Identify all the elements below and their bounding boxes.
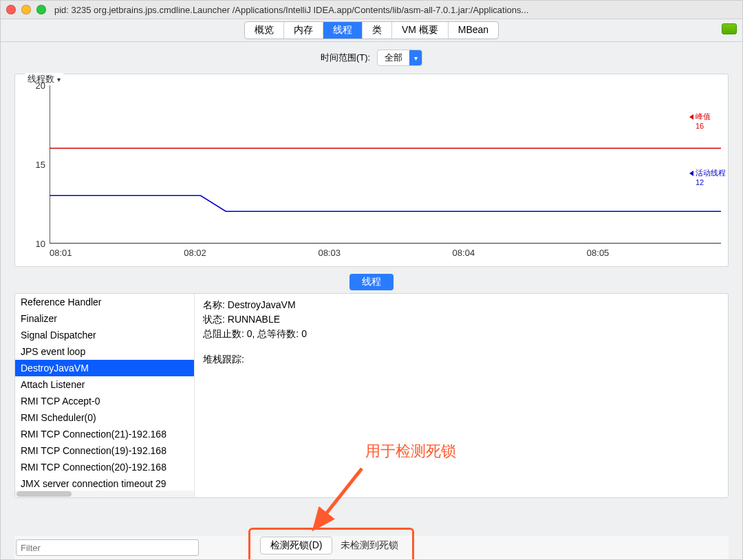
filter-input[interactable] bbox=[16, 539, 199, 556]
tab-memory[interactable]: 内存 bbox=[284, 22, 323, 39]
triangle-left-icon bbox=[689, 114, 693, 120]
tab-mbean[interactable]: MBean bbox=[449, 22, 498, 39]
list-item[interactable]: RMI TCP Connection(20)-192.168 bbox=[15, 459, 194, 475]
thread-chart-panel: 线程数▾ 101520 08:0108:0208:0308:0408:05 峰值… bbox=[14, 74, 729, 267]
thread-detail: 名称: DestroyJavaVM 状态: RUNNABLE 总阻止数: 0, … bbox=[195, 294, 728, 497]
deadlock-box: 检测死锁(D) 未检测到死锁 bbox=[248, 528, 414, 560]
stack-trace-label: 堆栈跟踪: bbox=[203, 352, 720, 367]
close-icon[interactable] bbox=[6, 5, 16, 14]
triangle-left-icon bbox=[689, 171, 693, 176]
list-item[interactable]: JMX server connection timeout 29 bbox=[15, 475, 194, 492]
traffic-lights bbox=[6, 5, 46, 14]
list-item[interactable]: JPS event loop bbox=[15, 343, 194, 360]
chart-y-axis: 101520 bbox=[22, 85, 50, 244]
threads-section-tab[interactable]: 线程 bbox=[349, 274, 394, 290]
chart-x-axis: 08:0108:0208:0308:0408:05 bbox=[50, 244, 721, 258]
minimize-icon[interactable] bbox=[21, 5, 31, 14]
section-tab: 线程 bbox=[1, 274, 742, 290]
time-range-label: 时间范围(T): bbox=[321, 52, 370, 64]
chevron-down-icon: ▾ bbox=[409, 50, 422, 65]
window: pid: 3235 org.jetbrains.jps.cmdline.Laun… bbox=[0, 0, 743, 560]
main-tabs: 概览 内存 线程 类 VM 概要 MBean bbox=[1, 19, 742, 42]
time-range-select[interactable]: 全部 ▾ bbox=[377, 50, 422, 66]
chevron-down-icon: ▾ bbox=[57, 76, 61, 83]
list-item[interactable]: Finalizer bbox=[15, 310, 194, 327]
tab-classes[interactable]: 类 bbox=[363, 22, 392, 39]
list-item[interactable]: RMI TCP Connection(19)-192.168 bbox=[15, 442, 194, 459]
zoom-icon[interactable] bbox=[36, 5, 46, 14]
tab-overview[interactable]: 概览 bbox=[245, 22, 284, 39]
deadlock-status: 未检测到死锁 bbox=[341, 539, 398, 552]
detect-deadlock-button[interactable]: 检测死锁(D) bbox=[260, 537, 332, 554]
list-item[interactable]: RMI Scheduler(0) bbox=[15, 409, 194, 426]
chart-legend: 峰值16 活动线程12 bbox=[689, 111, 731, 187]
list-item[interactable]: RMI TCP Accept-0 bbox=[15, 393, 194, 409]
chart-plot bbox=[50, 85, 721, 244]
list-item[interactable]: Attach Listener bbox=[15, 376, 194, 393]
time-range-row: 时间范围(T): 全部 ▾ bbox=[1, 42, 742, 74]
time-range-value: 全部 bbox=[378, 52, 409, 64]
tab-vm-summary[interactable]: VM 概要 bbox=[392, 22, 449, 39]
list-item[interactable]: Signal Dispatcher bbox=[15, 327, 194, 343]
thread-list[interactable]: Reference HandlerFinalizerSignal Dispatc… bbox=[15, 294, 195, 497]
tab-threads[interactable]: 线程 bbox=[323, 22, 363, 39]
thread-detail-panel: Reference HandlerFinalizerSignal Dispatc… bbox=[14, 293, 729, 498]
connect-icon[interactable] bbox=[722, 23, 737, 34]
list-item[interactable]: Reference Handler bbox=[15, 294, 194, 310]
h-scrollbar[interactable] bbox=[15, 491, 194, 497]
titlebar: pid: 3235 org.jetbrains.jps.cmdline.Laun… bbox=[1, 1, 742, 19]
window-title: pid: 3235 org.jetbrains.jps.cmdline.Laun… bbox=[54, 5, 737, 15]
list-item[interactable]: DestroyJavaVM bbox=[15, 360, 194, 376]
annotation-label: 用于检测死锁 bbox=[365, 441, 456, 462]
list-item[interactable]: RMI TCP Connection(21)-192.168 bbox=[15, 426, 194, 442]
